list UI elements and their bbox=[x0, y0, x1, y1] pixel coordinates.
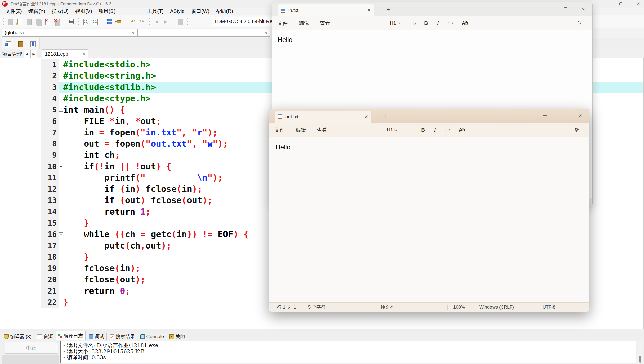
close-all-icon[interactable]: ✕ bbox=[52, 17, 62, 26]
view-shortcuts-icon[interactable] bbox=[105, 17, 114, 26]
globals-combo[interactable]: (globals)∨ bbox=[2, 29, 137, 37]
heading-style-button[interactable]: H1 bbox=[390, 20, 400, 26]
link-button[interactable] bbox=[447, 20, 453, 26]
project-add-icon[interactable]: + bbox=[18, 41, 23, 47]
project-close-icon[interactable] bbox=[6, 41, 11, 47]
italic-button[interactable]: I bbox=[433, 127, 435, 133]
link-icon bbox=[444, 127, 450, 133]
notepad-titlebar[interactable]: out.txt ✕ + × bbox=[269, 109, 589, 123]
notepad-tab[interactable]: in.txt ✕ bbox=[278, 4, 374, 16]
notepad-text-area[interactable]: Hello bbox=[269, 137, 589, 303]
goto-line-icon[interactable] bbox=[114, 17, 124, 26]
menu-item[interactable]: 查看 bbox=[320, 20, 330, 27]
status-cell: Windows (CRLF) bbox=[479, 303, 514, 312]
log-scrollbar[interactable] bbox=[637, 341, 643, 363]
notepad-window-out[interactable]: out.txt ✕ + × 文件编辑查看 H1 ≡ B I Ab Hello bbox=[269, 109, 589, 312]
scroll-right-icon[interactable]: ▶ bbox=[30, 50, 37, 58]
notepad-titlebar[interactable]: in.txt ✕ + × bbox=[272, 2, 592, 16]
project-remove-icon[interactable] bbox=[30, 41, 36, 47]
chevron-down-icon: ∨ bbox=[264, 30, 268, 35]
line-number: 16 bbox=[41, 229, 59, 240]
fold-marker-icon[interactable]: − bbox=[59, 108, 63, 112]
close-tab-icon[interactable]: ✕ bbox=[364, 114, 368, 120]
open-file-icon[interactable] bbox=[15, 17, 24, 26]
menu-item[interactable]: 编辑 bbox=[296, 127, 306, 133]
undo-icon[interactable]: ↶ bbox=[128, 17, 138, 26]
line-number: 1 bbox=[41, 59, 59, 70]
minimize-icon[interactable] bbox=[539, 111, 550, 120]
line-number: 12 bbox=[41, 183, 59, 195]
bold-button[interactable]: B bbox=[424, 20, 428, 26]
menu-item[interactable]: 文件(Z) bbox=[2, 8, 25, 15]
editor-tab[interactable]: 12181.cpp ✕ bbox=[42, 49, 88, 58]
line-number: 4 bbox=[41, 93, 59, 104]
minimize-icon[interactable] bbox=[543, 5, 554, 13]
close-file-icon[interactable]: ✕ bbox=[43, 17, 52, 26]
compiler-profile-combo[interactable]: TDM-GCC 9.2.0 64-bit Relea bbox=[212, 17, 272, 26]
debug-icon bbox=[89, 334, 93, 339]
close-icon[interactable]: × bbox=[635, 1, 641, 7]
settings-gear-icon[interactable] bbox=[577, 20, 583, 27]
menu-item[interactable]: 查看 bbox=[317, 127, 327, 133]
find-icon[interactable] bbox=[81, 17, 90, 26]
close-icon[interactable]: × bbox=[575, 111, 586, 120]
output-tab-console[interactable]: Console bbox=[138, 333, 167, 340]
maximize-icon[interactable] bbox=[557, 111, 568, 120]
settings-gear-icon[interactable] bbox=[574, 127, 580, 134]
scroll-left-icon[interactable]: ◀ bbox=[24, 50, 30, 58]
clear-format-button[interactable]: Ab bbox=[459, 127, 465, 133]
menu-item[interactable]: 搜索(U) bbox=[48, 8, 72, 15]
menu-item[interactable]: 编辑(Y) bbox=[25, 8, 49, 15]
abort-button[interactable]: 中止 bbox=[5, 342, 58, 354]
menu-item[interactable]: 帮助(R) bbox=[213, 8, 236, 15]
document-text[interactable]: Hello bbox=[275, 143, 589, 151]
line-number: 6 bbox=[41, 115, 59, 127]
restore-icon[interactable] bbox=[618, 1, 624, 7]
menu-item[interactable]: 视图(V) bbox=[72, 8, 95, 15]
minimize-icon[interactable] bbox=[600, 1, 606, 7]
page-icon bbox=[37, 334, 42, 339]
list-button[interactable]: ≡ bbox=[405, 126, 412, 133]
menu-item[interactable]: 编辑 bbox=[299, 20, 309, 27]
close-tab-icon[interactable]: ✕ bbox=[367, 7, 371, 13]
menu-item[interactable]: 文件 bbox=[275, 127, 285, 133]
list-button[interactable]: ≡ bbox=[408, 20, 415, 27]
members-combo[interactable]: ∨ bbox=[137, 29, 270, 37]
status-cell: 纯文本 bbox=[381, 303, 394, 312]
find-in-files-icon[interactable] bbox=[90, 17, 100, 26]
project-panel[interactable] bbox=[0, 58, 41, 329]
fold-marker-icon[interactable]: − bbox=[59, 165, 63, 168]
compile-log[interactable]: - 输出文件名: D:\c语言作业\12181.exe - 输出大小: 323.… bbox=[60, 341, 636, 363]
output-tab-search[interactable]: 搜索结果 bbox=[107, 333, 137, 340]
output-tab-compiler[interactable]: 编译器 (3) bbox=[2, 333, 34, 340]
notepad-tab[interactable]: out.txt ✕ bbox=[275, 111, 371, 123]
bold-button[interactable]: B bbox=[421, 127, 425, 133]
project-panel-header: 项目管理 ◀ ▶ bbox=[0, 49, 41, 58]
new-tab-icon[interactable]: + bbox=[383, 112, 387, 119]
scrollbar-thumb[interactable] bbox=[639, 356, 641, 363]
output-tab-label: 调试 bbox=[95, 333, 104, 340]
output-tab-page[interactable]: 资源 bbox=[35, 333, 55, 340]
search-icon bbox=[110, 334, 114, 339]
output-tab-log[interactable]: 编译日志 bbox=[56, 331, 86, 340]
document-text[interactable]: Hello bbox=[278, 36, 592, 44]
clear-format-button[interactable]: Ab bbox=[462, 20, 468, 26]
new-tab-icon[interactable]: + bbox=[386, 6, 390, 13]
close-icon[interactable]: × bbox=[578, 5, 589, 13]
menu-item[interactable]: 项目(S) bbox=[95, 8, 119, 15]
fold-column bbox=[59, 183, 63, 195]
italic-button[interactable]: I bbox=[436, 20, 438, 26]
heading-style-button[interactable]: H1 bbox=[387, 127, 397, 133]
output-tab-debug[interactable]: 调试 bbox=[86, 333, 107, 340]
menu-item[interactable]: 窗口(W) bbox=[188, 8, 213, 15]
link-button[interactable] bbox=[444, 127, 450, 133]
maximize-icon[interactable] bbox=[560, 5, 571, 13]
fold-column bbox=[59, 93, 63, 104]
print-icon[interactable] bbox=[67, 17, 76, 26]
output-tab-close[interactable]: ✕关闭 bbox=[167, 333, 187, 340]
menu-item[interactable]: AStyle bbox=[167, 8, 188, 14]
close-icon[interactable]: ✕ bbox=[82, 51, 86, 57]
menu-item[interactable]: 文件 bbox=[278, 20, 288, 27]
fold-marker-icon[interactable]: − bbox=[59, 232, 63, 236]
menu-item[interactable]: 工具(T) bbox=[144, 8, 167, 15]
